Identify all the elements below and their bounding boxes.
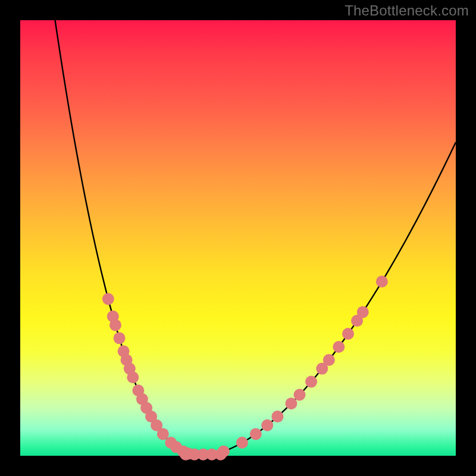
data-marker bbox=[109, 319, 121, 331]
data-marker bbox=[342, 328, 354, 340]
data-marker bbox=[271, 411, 283, 422]
data-marker bbox=[357, 306, 369, 318]
data-marker bbox=[261, 419, 273, 431]
plot-area bbox=[20, 20, 456, 456]
data-marker bbox=[333, 341, 345, 353]
data-marker bbox=[376, 275, 388, 287]
data-marker bbox=[102, 293, 114, 305]
data-marker bbox=[293, 389, 305, 401]
chart-frame: TheBottleneck.com bbox=[0, 0, 476, 476]
bottleneck-curve bbox=[20, 20, 456, 456]
data-marker bbox=[127, 371, 139, 383]
watermark-text: TheBottleneck.com bbox=[345, 2, 469, 19]
curve-left-branch bbox=[55, 20, 203, 456]
data-marker bbox=[250, 428, 262, 440]
data-marker bbox=[285, 397, 297, 409]
data-marker bbox=[157, 428, 169, 440]
data-marker bbox=[114, 332, 126, 344]
data-marker bbox=[236, 437, 248, 449]
data-marker bbox=[323, 354, 335, 366]
curve-markers bbox=[102, 275, 388, 461]
data-marker bbox=[305, 376, 317, 388]
curve-right-branch bbox=[203, 142, 456, 456]
data-marker bbox=[218, 446, 230, 458]
